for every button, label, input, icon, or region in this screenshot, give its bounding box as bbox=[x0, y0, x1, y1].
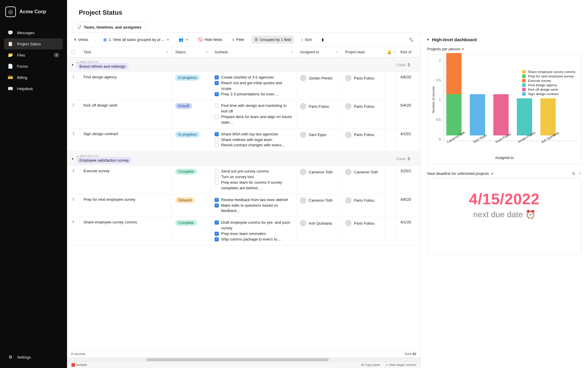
row-number[interactable]: 4 bbox=[67, 166, 80, 194]
assigned-cell[interactable]: Sam Epps bbox=[296, 129, 342, 151]
subtask[interactable]: ✓Ship comms package to execs fo… bbox=[215, 237, 293, 242]
notify-cell[interactable] bbox=[385, 217, 397, 245]
checkbox-icon[interactable]: ✓ bbox=[215, 203, 219, 208]
assigned-cell[interactable]: Cameron Toth bbox=[296, 194, 342, 217]
horizontal-scrollbar[interactable] bbox=[67, 357, 420, 362]
view-selector[interactable]: ▦1. View all tasks grouped by pr…▾ bbox=[100, 36, 172, 44]
subtask-cell[interactable]: Find time with design and marketing to k… bbox=[211, 100, 296, 128]
checkbox-icon[interactable] bbox=[215, 180, 219, 185]
column-notify[interactable]: 🔔▾ bbox=[385, 47, 397, 57]
subtask[interactable]: ✓Draft employee comms for pre- and post-… bbox=[215, 220, 293, 231]
lead-cell[interactable]: Paris Fotiou bbox=[342, 72, 385, 100]
nav-item-helpdesk[interactable]: 📖Helpdesk bbox=[4, 83, 63, 94]
people-button[interactable]: 👥▾ bbox=[176, 36, 191, 44]
row-number[interactable]: 3 bbox=[67, 129, 80, 151]
nav-item-billing[interactable]: 💳Billing bbox=[4, 72, 63, 83]
dashboard-title[interactable]: ▾ High-level dashboard bbox=[427, 37, 582, 42]
legend-item[interactable]: Execute survey bbox=[522, 79, 575, 82]
brand[interactable]: ◎ Acme Corp bbox=[4, 5, 63, 18]
subtask[interactable]: Prep exec team for comms if survey compl… bbox=[215, 180, 293, 191]
chart-bar[interactable]: Ash Quintana bbox=[540, 98, 556, 141]
lead-cell[interactable]: Paris Fotiou bbox=[342, 100, 385, 128]
chart-bar[interactable]: Jordan Peretz bbox=[517, 98, 532, 141]
subtask[interactable]: ✓Reach out and get initial quotes and sc… bbox=[215, 80, 293, 92]
subtask-cell[interactable]: ✓Create shortlist of 3-5 agencies✓Reach … bbox=[211, 72, 296, 100]
filter-button[interactable]: ⫾Filter bbox=[229, 36, 248, 44]
status-cell[interactable]: Delayed bbox=[172, 194, 211, 217]
subtask[interactable]: ✓Create shortlist of 3-5 agencies bbox=[215, 75, 293, 80]
checkbox-icon[interactable] bbox=[215, 143, 219, 147]
checkbox-icon[interactable]: ✓ bbox=[215, 198, 219, 202]
subtask[interactable]: Revisit contract changes with execs… bbox=[215, 142, 293, 148]
row-number[interactable]: 1 bbox=[67, 72, 80, 100]
checkbox-icon[interactable]: ✓ bbox=[215, 221, 219, 225]
subtask[interactable]: Prepare deck for team and align on futur… bbox=[215, 114, 293, 125]
subtask[interactable]: Find time with design and marketing to k… bbox=[215, 103, 293, 114]
notify-cell[interactable] bbox=[385, 100, 397, 128]
checkbox-icon[interactable]: ✓ bbox=[215, 81, 219, 85]
copy-base-button[interactable]: ⧉ Copy base bbox=[361, 363, 380, 367]
row-number[interactable]: 6 bbox=[67, 217, 80, 245]
date-cell[interactable]: 4/6/20 bbox=[397, 72, 420, 100]
column-kickoff[interactable]: Kick of bbox=[397, 47, 420, 57]
deadline-title[interactable]: Next deadline for unfinished projects bbox=[427, 171, 489, 176]
notify-cell[interactable] bbox=[385, 129, 397, 151]
search-button[interactable]: 🔍 bbox=[406, 36, 416, 44]
checkbox-icon[interactable]: ✓ bbox=[215, 75, 219, 79]
table-row[interactable]: 4 Execute survey Complete Send out pre-s… bbox=[67, 166, 420, 194]
nav-item-forms[interactable]: 📄Forms bbox=[4, 61, 63, 72]
nav-item-messages[interactable]: 💬Messages bbox=[4, 27, 63, 38]
legend-item[interactable]: Find design agency bbox=[522, 83, 575, 87]
subtask[interactable]: ✓Make edits to questions based on feedba… bbox=[215, 203, 293, 214]
legend-item[interactable]: Sign design contract bbox=[522, 92, 575, 96]
subtask[interactable]: ✓Prep 2-3 presentations for exec … bbox=[215, 92, 293, 97]
subtask[interactable]: ✓Share MSA with top two agencies bbox=[215, 132, 293, 137]
table-row[interactable]: 5 Prep for next employee survey Delayed … bbox=[67, 194, 420, 217]
table-row[interactable]: 6 Share employee survey comms Complete ✓… bbox=[67, 217, 420, 245]
nav-item-files[interactable]: 📁Files8 bbox=[4, 49, 63, 61]
date-cell[interactable]: 4/8/20 bbox=[397, 194, 420, 217]
table-row[interactable]: 1 Find design agency In progress ✓Create… bbox=[67, 72, 420, 100]
color-button[interactable]: ▮ bbox=[319, 36, 327, 44]
checkbox-icon[interactable]: ✓ bbox=[215, 92, 219, 96]
legend-item[interactable]: Share employee survey comms bbox=[522, 70, 575, 74]
checkbox-icon[interactable] bbox=[215, 175, 219, 179]
column-status[interactable]: Status▾ bbox=[172, 47, 211, 57]
expand-icon[interactable]: ⤢ bbox=[578, 171, 582, 176]
notify-cell[interactable] bbox=[385, 194, 397, 217]
checkbox-icon[interactable]: ✓ bbox=[215, 237, 219, 241]
subtask[interactable]: Send out pre-survey comms bbox=[215, 169, 293, 174]
date-cell[interactable]: 4/15/2 bbox=[397, 129, 420, 151]
chart-bar[interactable]: Sam Epps bbox=[470, 94, 485, 141]
chart-bar[interactable]: Paris Fotiou bbox=[493, 94, 509, 141]
grouped-by-button[interactable]: ☰Grouped by 1 field bbox=[252, 36, 294, 44]
checkbox-icon[interactable] bbox=[215, 104, 219, 108]
airtable-logo[interactable]: 🟥 Airtable bbox=[71, 363, 87, 367]
subtask-cell[interactable]: ✓Share MSA with top two agenciesShare re… bbox=[211, 129, 296, 151]
lead-cell[interactable]: Paris Fotiou bbox=[342, 129, 385, 151]
subtask[interactable]: ✓Review feedback from last exec debrief bbox=[215, 197, 293, 203]
checkbox-icon[interactable] bbox=[215, 169, 219, 173]
table-row[interactable]: 2 Kick off design work Kickoff Find time… bbox=[67, 100, 420, 128]
subtask[interactable]: ✓Prep exec team reminders bbox=[215, 231, 293, 237]
subtask[interactable]: Turn on survey tool bbox=[215, 174, 293, 180]
lead-cell[interactable]: Cameron Toth bbox=[342, 166, 385, 194]
collapse-icon[interactable]: ▾ bbox=[72, 157, 74, 161]
sort-button[interactable]: ↕Sort bbox=[298, 36, 315, 44]
status-cell[interactable]: Kickoff bbox=[172, 100, 211, 128]
notify-cell[interactable] bbox=[385, 166, 397, 194]
column-lead[interactable]: Project lead bbox=[342, 47, 385, 57]
checkbox-icon[interactable]: ✓ bbox=[215, 232, 219, 236]
assigned-cell[interactable]: Cameron Toth bbox=[296, 166, 342, 194]
chart-title[interactable]: Projects per person ▾ bbox=[427, 47, 582, 51]
checkbox-icon[interactable]: ✓ bbox=[215, 132, 219, 136]
row-number[interactable]: 2 bbox=[67, 100, 80, 128]
grid-body[interactable]: ▾ •• PROJECTS Brand refresh and redesign… bbox=[67, 57, 420, 350]
task-cell[interactable]: Share employee survey comms bbox=[80, 217, 172, 245]
column-task[interactable]: Task▾ bbox=[80, 47, 172, 57]
legend-item[interactable]: Kick off design work bbox=[522, 88, 575, 91]
task-cell[interactable]: Find design agency bbox=[80, 72, 172, 100]
status-cell[interactable]: In progress bbox=[172, 72, 211, 100]
lead-cell[interactable]: Paris Fotiou bbox=[342, 217, 385, 245]
group-header[interactable]: ▾ •• PROJECTS Employee satisfaction surv… bbox=[67, 151, 420, 166]
